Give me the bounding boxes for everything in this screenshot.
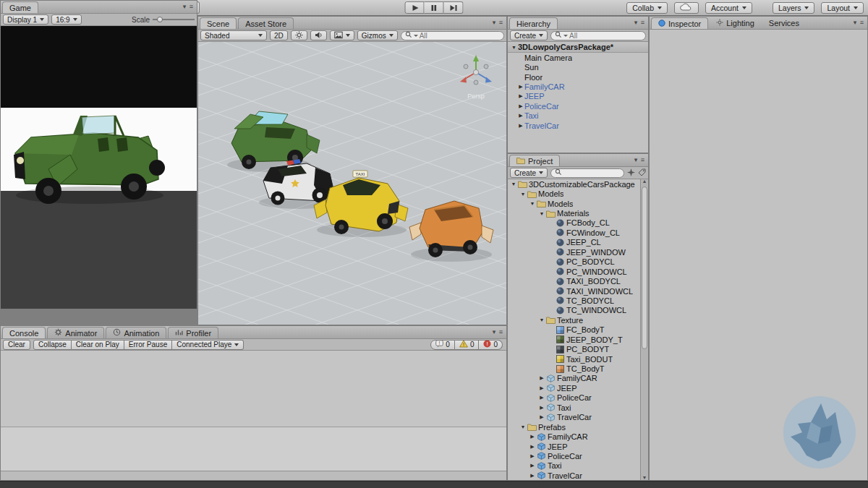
- project-item-jeep[interactable]: ▶JEEP: [508, 383, 640, 393]
- project-item-fcwindow_cl[interactable]: FCWindow_CL: [508, 228, 640, 237]
- search-filter-caret-icon[interactable]: [563, 35, 568, 37]
- project-item-tc_bodycl[interactable]: TC_BODYCL: [508, 296, 640, 305]
- tab-inspector[interactable]: Inspector: [651, 17, 708, 29]
- project-item-texture[interactable]: ▼Texture: [508, 315, 640, 325]
- hierarchy-item-travelcar[interactable]: ▶TravelCar: [508, 121, 648, 130]
- project-item-tc_bodyt[interactable]: TC_BodyT: [508, 364, 640, 373]
- project-item-policecar[interactable]: ▶PoliceCar: [508, 451, 640, 461]
- project-scrollbar[interactable]: ▲ ▼: [640, 179, 648, 480]
- panel-menu-icon[interactable]: ▾ ≡: [634, 19, 645, 26]
- tab-lighting[interactable]: Lighting: [710, 17, 761, 29]
- account-dropdown[interactable]: Account: [705, 2, 752, 14]
- project-item-familycar[interactable]: ▶FamilyCAR: [508, 374, 640, 383]
- collapsed-arrow-icon[interactable]: ▶: [529, 473, 536, 479]
- layers-dropdown[interactable]: Layers: [773, 2, 815, 14]
- panel-menu-icon[interactable]: ▾ ≡: [493, 328, 503, 335]
- console-log-area[interactable]: [1, 351, 506, 427]
- project-item-taxi_bodycl[interactable]: TAXI_BODYCL: [508, 276, 640, 286]
- error-pause-button[interactable]: Error Pause: [124, 340, 172, 350]
- aspect-ratio-dropdown[interactable]: 16:9: [51, 14, 81, 25]
- pause-button[interactable]: [425, 1, 444, 14]
- collapsed-arrow-icon[interactable]: ▶: [517, 93, 524, 99]
- hierarchy-create-dropdown[interactable]: Create: [510, 30, 548, 40]
- search-by-type-icon[interactable]: [627, 168, 635, 178]
- scale-slider[interactable]: [153, 16, 195, 23]
- hierarchy-item-policecar[interactable]: ▶PoliceCar: [508, 101, 648, 111]
- panel-menu-icon[interactable]: ▾ ≡: [183, 3, 194, 10]
- expanded-arrow-icon[interactable]: ▼: [529, 201, 536, 206]
- project-item-taxi_bodut[interactable]: Taxi_BODUT: [508, 354, 640, 364]
- project-item-jeep_cl[interactable]: JEEP_CL: [508, 238, 640, 247]
- shading-mode-dropdown[interactable]: Shaded: [200, 30, 267, 40]
- cloud-button[interactable]: [674, 2, 699, 14]
- project-item-pc_windowcl[interactable]: PC_WINDOWCL: [508, 267, 640, 276]
- hierarchy-item-familycar[interactable]: ▶FamilyCAR: [508, 82, 648, 91]
- project-item-taxi[interactable]: ▶Taxi: [508, 461, 640, 471]
- project-item-jeep_window[interactable]: JEEP_WINDOW: [508, 247, 640, 257]
- collapsed-arrow-icon[interactable]: ▶: [538, 375, 545, 381]
- hierarchy-scene-root[interactable]: ▼ 3DLowpolyCarsPackage*: [508, 42, 648, 53]
- project-item-policecar[interactable]: ▶PoliceCar: [508, 393, 640, 403]
- project-item-taxi[interactable]: ▶Taxi: [508, 403, 640, 412]
- collapsed-arrow-icon[interactable]: ▶: [529, 453, 536, 459]
- info-count-toggle[interactable]: !0: [430, 340, 455, 350]
- gizmos-dropdown[interactable]: Gizmos: [357, 30, 398, 40]
- collapsed-arrow-icon[interactable]: ▶: [517, 113, 524, 119]
- expanded-arrow-icon[interactable]: ▼: [519, 424, 527, 429]
- panel-menu-icon[interactable]: ▾ ≡: [493, 19, 503, 26]
- hierarchy-item-taxi[interactable]: ▶Taxi: [508, 111, 648, 121]
- tab-console[interactable]: Console: [2, 327, 46, 338]
- step-button[interactable]: [444, 1, 464, 14]
- hierarchy-item-main-camera[interactable]: Main Camera: [508, 53, 648, 62]
- collapsed-arrow-icon[interactable]: ▶: [517, 103, 524, 109]
- collapsed-arrow-icon[interactable]: ▶: [517, 123, 524, 129]
- project-item-fc_bodyt[interactable]: FC_BodyT: [508, 325, 640, 335]
- project-item-3dcustomizablecarspackage[interactable]: ▼3DCustomizableCarsPackage: [508, 179, 640, 189]
- warning-count-toggle[interactable]: !0: [455, 340, 480, 350]
- collapsed-arrow-icon[interactable]: ▶: [517, 84, 524, 90]
- tab-scene[interactable]: Scene: [200, 17, 237, 29]
- project-item-tc_windowcl[interactable]: TC_WINDOWCL: [508, 306, 640, 315]
- tab-animator[interactable]: Animator: [47, 327, 104, 338]
- clear-button[interactable]: Clear: [3, 340, 30, 350]
- play-button[interactable]: [405, 1, 425, 14]
- expanded-arrow-icon[interactable]: ▼: [538, 211, 545, 216]
- expanded-arrow-icon[interactable]: ▼: [510, 181, 517, 187]
- hierarchy-item-floor[interactable]: Floor: [508, 72, 648, 82]
- scene-effects-dropdown[interactable]: [330, 30, 354, 40]
- error-count-toggle[interactable]: !0: [479, 340, 503, 350]
- project-item-fcbody_cl[interactable]: FCBody_CL: [508, 218, 640, 228]
- layout-dropdown[interactable]: Layout: [821, 2, 864, 14]
- tab-project[interactable]: Project: [509, 155, 560, 166]
- tab-asset-store[interactable]: Asset Store: [238, 17, 294, 29]
- project-item-taxi_windowcl[interactable]: TAXI_WINDOWCL: [508, 286, 640, 296]
- panel-menu-icon[interactable]: ▾ ≡: [854, 19, 864, 26]
- hierarchy-item-sun[interactable]: Sun: [508, 62, 648, 72]
- collapsed-arrow-icon[interactable]: ▶: [538, 414, 545, 420]
- project-item-jeep[interactable]: ▶JEEP: [508, 442, 640, 451]
- tab-services[interactable]: Services: [762, 17, 806, 29]
- scene-audio-toggle[interactable]: [310, 30, 327, 40]
- 2d-toggle-button[interactable]: 2D: [270, 30, 288, 40]
- persp-label[interactable]: Persp: [467, 93, 485, 100]
- expanded-arrow-icon[interactable]: ▼: [510, 45, 518, 50]
- project-item-materials[interactable]: ▼Materials: [508, 208, 640, 218]
- collapsed-arrow-icon[interactable]: ▶: [529, 444, 536, 450]
- project-item-jeep_body_t[interactable]: JEEP_BODY_T: [508, 335, 640, 344]
- project-item-prefabs[interactable]: ▼Prefabs: [508, 422, 640, 432]
- tab-hierarchy[interactable]: Hierarchy: [509, 17, 558, 29]
- hierarchy-search-input[interactable]: All: [550, 31, 646, 40]
- scroll-down-icon[interactable]: ▼: [641, 475, 648, 480]
- collab-dropdown[interactable]: Collab: [626, 2, 668, 14]
- scroll-up-icon[interactable]: ▲: [641, 179, 648, 184]
- scene-lighting-toggle[interactable]: [291, 30, 307, 40]
- collapsed-arrow-icon[interactable]: ▶: [538, 405, 545, 411]
- tab-profiler[interactable]: Profiler: [168, 327, 218, 338]
- scale-slider-thumb[interactable]: [157, 17, 163, 22]
- project-item-pc_bodyt[interactable]: PC_BODYT: [508, 344, 640, 354]
- search-by-label-icon[interactable]: [638, 168, 646, 178]
- panel-menu-icon[interactable]: ▾ ≡: [634, 156, 645, 163]
- expanded-arrow-icon[interactable]: ▼: [519, 192, 527, 197]
- collapsed-arrow-icon[interactable]: ▶: [538, 385, 545, 391]
- project-create-dropdown[interactable]: Create: [510, 168, 548, 178]
